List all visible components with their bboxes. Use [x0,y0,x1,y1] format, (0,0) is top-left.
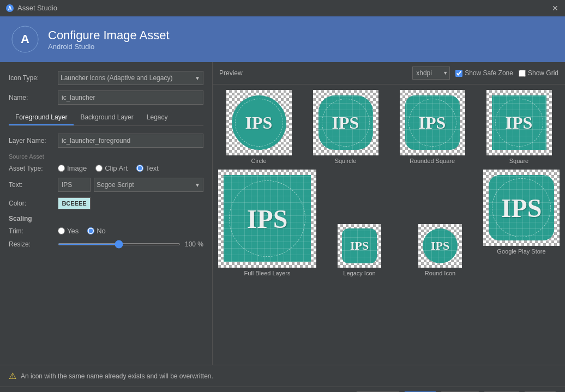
preview-grid: IPS Circle IPS Squircle [213,85,565,365]
tab-legacy[interactable]: Legacy [140,110,175,125]
icon-type-select-wrapper: Launcher Icons (Adaptive and Legacy) ▼ [58,71,203,85]
asset-type-radios: Image Clip Art Text [58,164,159,172]
preview-title: Preview [219,69,243,77]
teal-square-shape: IPS [492,95,546,150]
show-grid-label: Show Grid [528,69,558,77]
tab-foreground[interactable]: Foreground Layer [9,110,74,125]
show-safe-zone-checkbox-label[interactable]: Show Safe Zone [455,69,513,77]
icon-preview-legacy: IPS [338,224,381,268]
ips-text-square: IPS [506,113,533,133]
teal-legacy-shape: IPS [342,228,377,263]
header-text: Configure Image Asset Android Studio [48,28,170,51]
preview-header: Preview ldpi mdpi hdpi xhdpi xxhdpi xxxh… [213,62,565,85]
left-panel: Icon Type: Launcher Icons (Adaptive and … [0,62,213,365]
scaling-header: Scaling [9,215,203,222]
close-button[interactable]: ✕ [551,4,560,13]
icon-label-rounded: Rounded Square [410,158,455,164]
layer-name-row: Layer Name: [9,134,203,148]
color-label: Color: [9,200,58,207]
icon-preview-round: IPS [418,224,462,268]
warning-icon: ⚠ [9,371,16,381]
tab-background[interactable]: Background Layer [74,110,140,125]
icon-type-select[interactable]: Launcher Icons (Adaptive and Legacy) [58,71,203,85]
radio-image-label: Image [67,164,87,172]
teal-rounded-shape: IPS [405,95,460,150]
show-safe-zone-checkbox[interactable] [455,70,462,77]
font-select[interactable]: Segoe Script [94,178,203,192]
ips-text-legacy: IPS [350,239,369,253]
icon-label-googleplay: Google Play Store [497,248,545,255]
color-swatch[interactable]: BCEEEE [58,197,91,209]
ips-text-googleplay: IPS [501,193,542,223]
trim-radios: Yes No [58,227,106,235]
right-panel: Preview ldpi mdpi hdpi xhdpi xxhdpi xxxh… [213,62,565,365]
ips-text-circle: IPS [245,113,273,133]
icon-cell-squircle: IPS Squircle [305,90,386,164]
icon-label-squircle: Squircle [335,158,357,164]
bottom-bar: Previous Next Cancel Finish Help [0,387,565,392]
text-input[interactable] [58,178,91,192]
radio-image-input[interactable] [58,165,65,172]
radio-text-input[interactable] [136,165,143,172]
layer-name-input[interactable] [58,134,203,148]
icon-label-legacy: Legacy Icon [343,270,375,276]
radio-text-label: Text [146,164,159,172]
radio-clipart[interactable]: Clip Art [95,164,128,172]
ips-text-fullbleed: IPS [247,204,288,234]
header: A Configure Image Asset Android Studio [0,16,565,62]
title-bar-title: Asset Studio [17,4,57,12]
radio-image[interactable]: Image [58,164,87,172]
preview-controls: ldpi mdpi hdpi xhdpi xxhdpi xxxhdpi ▼ Sh… [412,67,558,80]
show-grid-checkbox[interactable] [519,70,526,77]
icon-preview-circle: IPS [226,90,292,155]
dpi-select[interactable]: ldpi mdpi hdpi xhdpi xxhdpi xxxhdpi [412,67,450,80]
radio-clipart-label: Clip Art [105,164,128,172]
icon-cell-legacy: IPS Legacy Icon [322,170,397,276]
icon-row-2: IPS Full Bleed Layers IPS Legacy Icon [218,170,560,276]
title-bar-left: A Asset Studio [5,4,57,13]
header-subtitle: Android Studio [48,43,170,51]
radio-text[interactable]: Text [136,164,159,172]
radio-clipart-input[interactable] [95,165,103,172]
title-bar-controls: ✕ [551,4,560,13]
svg-text:A: A [8,5,11,11]
teal-squircle-shape: IPS [318,95,373,150]
icon-cell-rounded: IPS Rounded Square [392,90,473,164]
title-bar: A Asset Studio ✕ [0,0,565,16]
ips-text-rounded: IPS [419,113,446,133]
source-asset-header: Source Asset [9,153,203,160]
resize-slider[interactable] [58,243,181,245]
text-row: Text: Segoe Script ▼ [9,178,203,192]
show-safe-zone-label: Show Safe Zone [465,69,513,77]
icon-type-label: Icon Type: [9,74,58,82]
color-row: Color: BCEEEE [9,197,203,209]
resize-value: 100 % [185,240,203,248]
teal-round-shape: IPS [423,228,458,263]
teal-googleplay-shape: IPS [489,175,554,240]
show-grid-checkbox-label[interactable]: Show Grid [519,69,558,77]
svg-text:A: A [21,32,29,46]
main-content: Icon Type: Launcher Icons (Adaptive and … [0,62,565,365]
warning-text: An icon with the same name already exist… [21,372,213,380]
icon-cell-googleplay: IPS Google Play Store [483,170,560,276]
trim-no-input[interactable] [87,227,94,234]
color-value: BCEEEE [62,200,86,207]
name-input[interactable]: ic_launcher [58,91,203,105]
icon-preview-squircle: IPS [313,90,378,155]
icon-label-circle: Circle [251,158,266,164]
icon-preview-square: IPS [486,90,552,155]
trim-yes-label: Yes [67,227,79,235]
trim-no[interactable]: No [87,227,106,235]
ips-text-squircle: IPS [332,113,359,133]
icon-label-fullbleed: Full Bleed Layers [244,270,291,276]
asset-type-label: Asset Type: [9,165,58,172]
resize-slider-wrapper: 100 % [58,240,203,248]
icon-row-1: IPS Circle IPS Squircle [218,90,560,164]
trim-yes-input[interactable] [58,227,65,234]
teal-fullbleed-shape: IPS [224,175,311,262]
trim-yes[interactable]: Yes [58,227,79,235]
name-label: Name: [9,94,58,101]
icon-label-square: Square [509,158,528,164]
header-title: Configure Image Asset [48,28,170,43]
asset-type-row: Asset Type: Image Clip Art Text [9,164,203,172]
